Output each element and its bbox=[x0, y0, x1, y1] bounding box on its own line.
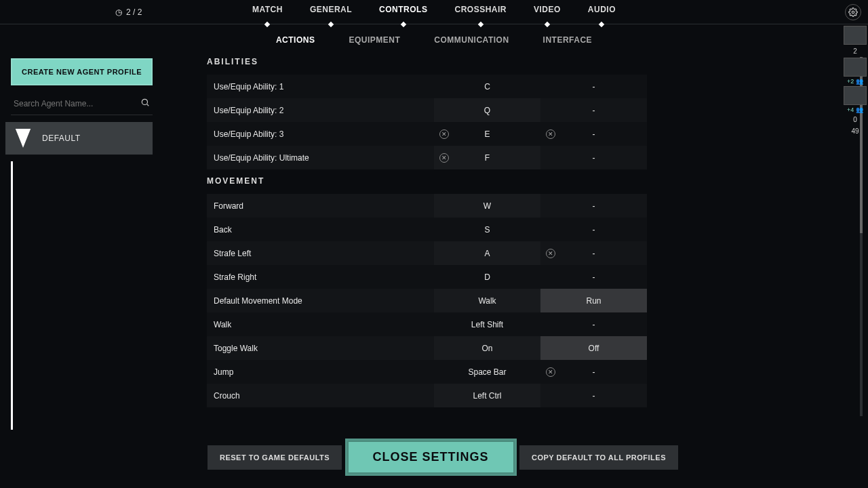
clear-icon[interactable]: ✕ bbox=[439, 129, 449, 139]
toggle-option-secondary[interactable]: Off bbox=[540, 336, 647, 360]
clear-icon[interactable]: ✕ bbox=[546, 129, 555, 139]
main-tabs: MATCHGENERALCONTROLSCROSSHAIRVIDEOAUDIO bbox=[252, 5, 616, 20]
copy-profiles-button[interactable]: COPY DEFAULT TO ALL PROFILES bbox=[519, 445, 678, 470]
content: CREATE NEW AGENT PROFILE DEFAULT ABILITI… bbox=[0, 50, 868, 430]
toggle-option-primary[interactable]: Walk bbox=[434, 289, 540, 312]
social-count: 49 bbox=[851, 126, 859, 136]
binding-label: Back bbox=[207, 218, 434, 241]
subtab-communication[interactable]: COMMUNICATION bbox=[434, 35, 509, 45]
primary-binding[interactable]: W bbox=[434, 194, 540, 218]
social-card[interactable] bbox=[844, 86, 867, 105]
sidebar-scroll-track[interactable] bbox=[11, 161, 13, 430]
primary-binding[interactable]: ✕E bbox=[434, 122, 540, 146]
settings-panel: ABILITIESUse/Equip Ability: 1C-Use/Equip… bbox=[159, 50, 868, 430]
page-counter: ◷ 2 / 2 bbox=[115, 7, 142, 17]
tab-video[interactable]: VIDEO bbox=[534, 5, 561, 20]
binding-label: Use/Equip Ability: 3 bbox=[207, 122, 434, 146]
tab-audio[interactable]: AUDIO bbox=[588, 5, 616, 20]
search-row bbox=[11, 92, 153, 115]
binding-row: JumpSpace Bar✕- bbox=[207, 360, 841, 384]
primary-binding[interactable]: Space Bar bbox=[434, 360, 540, 384]
history-icon: ◷ bbox=[115, 7, 122, 17]
binding-row: Default Movement ModeWalkRun bbox=[207, 289, 841, 312]
primary-binding[interactable]: ✕F bbox=[434, 146, 540, 169]
secondary-binding[interactable]: - bbox=[540, 218, 647, 241]
svg-line-2 bbox=[147, 104, 149, 106]
create-profile-button[interactable]: CREATE NEW AGENT PROFILE bbox=[11, 58, 153, 85]
sidebar-scroll bbox=[11, 161, 153, 430]
secondary-binding[interactable]: - bbox=[540, 146, 647, 169]
clear-icon[interactable]: ✕ bbox=[439, 153, 449, 163]
binding-label: Use/Equip Ability: 2 bbox=[207, 98, 434, 122]
secondary-binding[interactable]: - bbox=[540, 312, 647, 336]
social-badge: +4 👥 bbox=[847, 106, 863, 113]
binding-row: Strafe RightD- bbox=[207, 265, 841, 289]
secondary-binding[interactable]: - bbox=[540, 75, 647, 98]
tab-controls[interactable]: CONTROLS bbox=[379, 5, 427, 20]
subtab-actions[interactable]: ACTIONS bbox=[276, 35, 315, 45]
search-icon[interactable] bbox=[140, 98, 150, 109]
primary-binding[interactable]: Left Ctrl bbox=[434, 384, 540, 407]
tab-crosshair[interactable]: CROSSHAIR bbox=[454, 5, 507, 20]
binding-row: Strafe LeftA✕- bbox=[207, 241, 841, 265]
secondary-binding[interactable]: - bbox=[540, 265, 647, 289]
top-bar: ◷ 2 / 2 MATCHGENERALCONTROLSCROSSHAIRVID… bbox=[0, 0, 868, 24]
binding-label: Walk bbox=[207, 312, 434, 336]
social-count: 0 bbox=[853, 115, 857, 125]
primary-binding[interactable]: Q bbox=[434, 98, 540, 122]
binding-row: Use/Equip Ability: 2Q- bbox=[207, 98, 841, 122]
section-title: ABILITIES bbox=[207, 57, 841, 66]
clear-icon[interactable]: ✕ bbox=[546, 249, 555, 258]
binding-label: Forward bbox=[207, 194, 434, 218]
reset-button[interactable]: RESET TO GAME DEFAULTS bbox=[208, 445, 342, 470]
binding-label: Default Movement Mode bbox=[207, 289, 434, 312]
secondary-binding[interactable]: ✕- bbox=[540, 122, 647, 146]
binding-row: Use/Equip Ability: Ultimate✕F- bbox=[207, 146, 841, 169]
toggle-option-primary[interactable]: On bbox=[434, 336, 540, 360]
binding-label: Use/Equip Ability: Ultimate bbox=[207, 146, 434, 169]
right-social-panel: 2+2 👥+4 👥049 bbox=[842, 26, 868, 136]
bottom-bar: RESET TO GAME DEFAULTS CLOSE SETTINGS CO… bbox=[208, 439, 678, 476]
binding-row: Use/Equip Ability: 3✕E✕- bbox=[207, 122, 841, 146]
social-count: 2 bbox=[853, 46, 857, 56]
page-counter-text: 2 / 2 bbox=[126, 7, 142, 17]
secondary-binding[interactable]: - bbox=[540, 194, 647, 218]
profile-label: DEFAULT bbox=[42, 134, 81, 143]
social-card[interactable] bbox=[844, 26, 867, 45]
svg-point-1 bbox=[142, 99, 147, 104]
primary-binding[interactable]: A bbox=[434, 241, 540, 265]
primary-binding[interactable]: D bbox=[434, 265, 540, 289]
primary-binding[interactable]: Left Shift bbox=[434, 312, 540, 336]
sidebar: CREATE NEW AGENT PROFILE DEFAULT bbox=[0, 50, 159, 430]
binding-label: Use/Equip Ability: 1 bbox=[207, 75, 434, 98]
secondary-binding[interactable]: ✕- bbox=[540, 360, 647, 384]
clear-icon[interactable]: ✕ bbox=[546, 367, 555, 377]
binding-label: Jump bbox=[207, 360, 434, 384]
agent-icon bbox=[14, 129, 33, 148]
secondary-binding[interactable]: ✕- bbox=[540, 241, 647, 265]
profile-item-default[interactable]: DEFAULT bbox=[5, 122, 153, 155]
social-badge: +2 👥 bbox=[847, 78, 863, 85]
secondary-binding[interactable]: - bbox=[540, 384, 647, 407]
close-settings-button[interactable]: CLOSE SETTINGS bbox=[345, 439, 517, 476]
section-title: MOVEMENT bbox=[207, 176, 841, 186]
toggle-option-secondary[interactable]: Run bbox=[540, 289, 647, 312]
search-input[interactable] bbox=[14, 99, 140, 108]
subtab-interface[interactable]: INTERFACE bbox=[543, 35, 593, 45]
binding-label: Strafe Right bbox=[207, 265, 434, 289]
primary-binding[interactable]: C bbox=[434, 75, 540, 98]
social-card[interactable] bbox=[844, 58, 867, 77]
tab-match[interactable]: MATCH bbox=[252, 5, 283, 20]
sub-tabs: ACTIONSEQUIPMENTCOMMUNICATIONINTERFACE bbox=[0, 24, 868, 50]
binding-label: Strafe Left bbox=[207, 241, 434, 265]
primary-binding[interactable]: S bbox=[434, 218, 540, 241]
svg-point-0 bbox=[852, 11, 854, 14]
binding-row: BackS- bbox=[207, 218, 841, 241]
secondary-binding[interactable]: - bbox=[540, 98, 647, 122]
binding-row: CrouchLeft Ctrl- bbox=[207, 384, 841, 407]
binding-row: Toggle WalkOnOff bbox=[207, 336, 841, 360]
binding-row: ForwardW- bbox=[207, 194, 841, 218]
tab-general[interactable]: GENERAL bbox=[310, 5, 352, 20]
subtab-equipment[interactable]: EQUIPMENT bbox=[349, 35, 400, 45]
gear-icon[interactable] bbox=[845, 4, 861, 20]
